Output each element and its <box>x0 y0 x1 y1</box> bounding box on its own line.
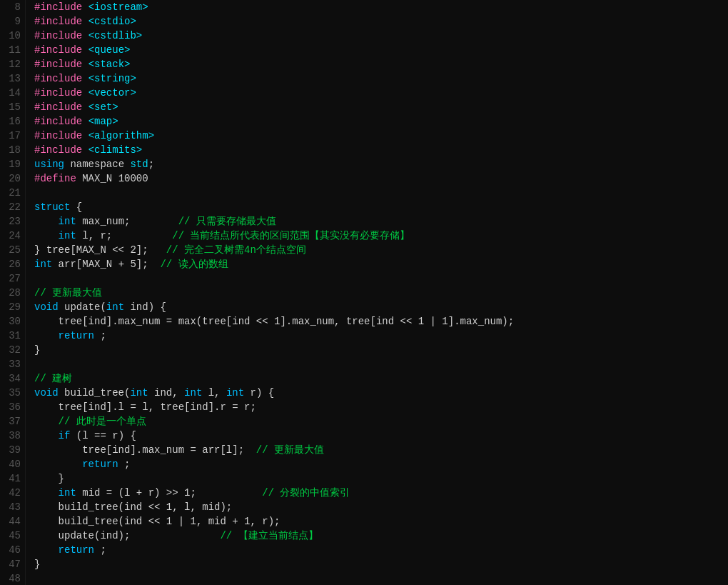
line-number: 26 <box>4 257 21 271</box>
code-line: #include <set> <box>34 100 728 114</box>
token: int <box>106 301 124 313</box>
code-line: int arr[MAX_N + 5]; // 读入的数组 <box>34 257 728 271</box>
token <box>82 130 88 141</box>
token: } <box>34 473 64 484</box>
line-number: 39 <box>4 443 21 457</box>
token: , l, mid); <box>172 501 232 513</box>
token: 5 <box>130 259 136 270</box>
token: // 读入的数组 <box>148 259 228 270</box>
token <box>34 330 59 341</box>
token: build_tree( <box>59 387 131 399</box>
token: ]; <box>136 244 148 256</box>
code-line: int mid = (l + r) >> 1; // 分裂的中值索引 <box>34 486 728 500</box>
token <box>82 30 88 41</box>
line-number: 45 <box>4 529 21 543</box>
token: int <box>184 387 202 399</box>
token <box>34 230 59 241</box>
code-line: struct { <box>34 200 728 214</box>
token <box>82 87 88 99</box>
line-number: 23 <box>4 214 21 229</box>
token: MAX_N <box>76 173 118 184</box>
line-number: 13 <box>4 71 21 86</box>
token: int <box>34 259 52 270</box>
token: ].max_num, tree[ind << <box>280 316 418 327</box>
token: #include <box>34 44 82 56</box>
token <box>34 416 59 427</box>
code-line: void build_tree(int ind, int l, int r) { <box>34 386 728 400</box>
code-line: tree[ind].l = l, tree[ind].r = r; <box>34 400 728 414</box>
line-number: 25 <box>4 243 21 257</box>
token: // 此时是一个单点 <box>59 416 146 427</box>
code-line: #include <climits> <box>34 143 728 157</box>
token: // 建树 <box>34 373 72 384</box>
code-line: #include <cstdio> <box>34 14 728 29</box>
line-number: 17 <box>4 129 21 143</box>
code-content[interactable]: #include <iostream>#include <cstdio>#inc… <box>26 0 728 585</box>
code-line: #include <map> <box>34 114 728 129</box>
line-number: 10 <box>4 29 21 43</box>
token <box>34 544 59 556</box>
token: // 当前结点所代表的区间范围【其实没有必要存储】 <box>112 230 410 241</box>
token <box>82 144 88 156</box>
token: 1 <box>166 516 172 527</box>
token <box>34 430 59 441</box>
code-line <box>34 271 728 286</box>
line-number: 46 <box>4 543 21 557</box>
token: void <box>34 387 59 399</box>
token: ind, <box>148 387 184 399</box>
token: int <box>59 216 76 227</box>
token <box>82 116 88 127</box>
token <box>82 73 88 84</box>
code-line: #include <cstdlib> <box>34 29 728 43</box>
token: } <box>34 559 40 570</box>
code-line: build_tree(ind << 1, l, mid); <box>34 500 728 514</box>
code-line: tree[ind].max_num = max(tree[ind << 1].m… <box>34 314 728 329</box>
token: 1 <box>190 516 196 527</box>
token: <stack> <box>89 59 131 70</box>
token: ; <box>118 459 131 470</box>
code-line: } tree[MAX_N << 2]; // 完全二叉树需4n个结点空间 <box>34 243 728 257</box>
token: <vector> <box>89 87 136 99</box>
line-number: 34 <box>4 371 21 386</box>
token: void <box>34 301 59 313</box>
token: { <box>70 201 82 213</box>
token: ind) { <box>124 301 166 313</box>
token <box>82 59 88 70</box>
code-line: #define MAX_N 10000 <box>34 171 728 186</box>
token: #include <box>34 73 82 84</box>
code-editor: 8910111213141516171819202122232425262728… <box>0 0 728 585</box>
token: #define <box>34 173 76 184</box>
line-numbers: 8910111213141516171819202122232425262728… <box>0 0 26 585</box>
line-number: 47 <box>4 557 21 571</box>
code-line: // 此时是一个单点 <box>34 414 728 429</box>
token: #include <box>34 144 82 156</box>
code-line: tree[ind].max_num = arr[l]; // 更新最大值 <box>34 443 728 457</box>
token: | <box>172 516 190 527</box>
line-number: 19 <box>4 157 21 171</box>
token: r) { <box>244 387 274 399</box>
line-number: 41 <box>4 471 21 486</box>
token: update(ind); <box>34 530 130 541</box>
token: ; <box>190 487 196 499</box>
token: <cstdio> <box>89 16 136 27</box>
code-line: void update(int ind) { <box>34 300 728 314</box>
token: #include <box>34 130 82 141</box>
token: , r); <box>251 516 280 527</box>
token: <climits> <box>89 144 143 156</box>
token: std <box>130 159 148 170</box>
token: ]; <box>136 259 148 270</box>
code-line: return ; <box>34 329 728 343</box>
token: 10000 <box>118 173 148 184</box>
token: <iostream> <box>89 1 148 13</box>
token: mid = (l + r) >> <box>76 487 184 499</box>
line-number: 33 <box>4 357 21 371</box>
token: int <box>59 230 76 241</box>
token: if <box>59 430 71 441</box>
code-line: #include <iostream> <box>34 0 728 14</box>
line-number: 22 <box>4 200 21 214</box>
token: 1 <box>442 316 448 327</box>
line-number: 27 <box>4 271 21 286</box>
line-number: 43 <box>4 500 21 514</box>
token: 2 <box>130 244 136 256</box>
line-number: 12 <box>4 57 21 71</box>
